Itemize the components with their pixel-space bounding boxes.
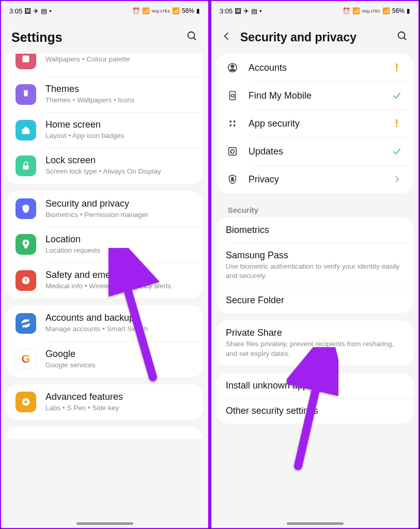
lte-text: Vo)) LTE1 (362, 9, 380, 13)
header: Security and privacy (211, 21, 418, 54)
wallpaper-icon (15, 54, 36, 69)
svg-rect-14 (230, 91, 236, 100)
svg-point-10 (398, 32, 405, 39)
sync-icon (15, 313, 36, 334)
row-updates[interactable]: Updates (216, 137, 413, 165)
check-icon (390, 90, 404, 101)
picture-icon: 🖼 (235, 7, 241, 15)
news-icon: ▤ (41, 7, 47, 15)
row-find-my-mobile[interactable]: Find My Mobile (216, 82, 413, 110)
battery-icon: ▮ (196, 7, 200, 14)
settings-list: Wallpapers • Colour palette ThemesThemes… (1, 54, 208, 529)
row-install-unknown[interactable]: Install unknown apps (216, 373, 413, 398)
nav-bar-handle[interactable] (76, 522, 133, 525)
svg-rect-21 (229, 148, 237, 155)
svg-rect-7 (25, 282, 26, 283)
gear-icon (15, 392, 36, 412)
row-samsung-pass[interactable]: Samsung PassUse biometric authentication… (216, 243, 413, 288)
back-button[interactable] (222, 31, 232, 43)
row-privacy[interactable]: Privacy (216, 165, 413, 193)
wifi-icon: 📶 (352, 7, 360, 14)
find-mobile-icon (226, 89, 239, 102)
sidebar-item-wallpapers[interactable]: Wallpapers • Colour palette (6, 54, 203, 76)
battery-icon: ▮ (407, 7, 410, 14)
svg-point-17 (229, 120, 231, 122)
battery-text: 56% (392, 7, 405, 14)
sidebar-item-location[interactable]: LocationLocation requests (6, 227, 203, 262)
page-title: Security and privacy (240, 30, 388, 44)
svg-point-0 (188, 32, 195, 39)
row-private-share[interactable]: Private ShareShare files privately, prev… (216, 320, 413, 365)
security-list: Accounts ! Find My Mobile App security !… (211, 54, 418, 529)
sidebar-item-lock-screen[interactable]: Lock screenScreen lock type • Always On … (6, 148, 203, 183)
row-app-security[interactable]: App security ! (216, 110, 413, 137)
page-title: Settings (11, 30, 178, 45)
home-icon (15, 120, 36, 141)
svg-point-19 (229, 125, 231, 127)
row-biometrics[interactable]: Biometrics (216, 217, 413, 243)
warning-badge: ! (395, 61, 398, 74)
svg-line-1 (194, 38, 196, 40)
row-accounts[interactable]: Accounts ! (216, 54, 413, 82)
svg-point-22 (231, 177, 234, 179)
signal-icon: 📶 (382, 7, 390, 14)
sidebar-item-themes[interactable]: ThemesThemes • Wallpapers • Icons (6, 76, 203, 112)
statusbar-time: 3:05 (220, 7, 232, 15)
accounts-icon (226, 61, 239, 74)
location-icon (15, 234, 36, 255)
picture-icon: 🖼 (24, 7, 31, 15)
search-icon[interactable] (186, 30, 198, 44)
svg-point-18 (234, 120, 236, 122)
phone-left: 3:05 🖼 ✈ ▤ • ⏰ 📶 Vo)) LTE1 📶 56% ▮ Setti… (0, 0, 210, 529)
phone-right: 3:05 🖼 ✈ ▤ • ⏰ 📶 Vo)) LTE1 📶 56% ▮ Secur… (210, 0, 419, 529)
header: Settings (1, 21, 208, 54)
dot-icon: • (259, 7, 262, 15)
apps-icon (226, 117, 239, 130)
sidebar-item-advanced[interactable]: Advanced featuresLabs • S Pen • Side key (6, 384, 203, 420)
nav-bar-handle[interactable] (287, 522, 344, 525)
updates-icon (226, 145, 239, 158)
alarm-icon: ⏰ (132, 7, 140, 14)
telegram-icon: ✈ (243, 7, 249, 15)
battery-text: 56% (182, 7, 194, 14)
svg-point-20 (234, 125, 236, 127)
statusbar-time: 3:05 (9, 7, 22, 15)
check-icon (390, 146, 404, 157)
svg-point-4 (25, 242, 27, 244)
chevron-right-icon (390, 175, 404, 183)
telegram-icon: ✈ (33, 7, 39, 15)
sidebar-item-accounts-backup[interactable]: Accounts and backupManage accounts • Sma… (6, 305, 203, 341)
section-header-security: Security (216, 200, 413, 217)
wifi-icon: 📶 (142, 7, 150, 14)
svg-line-11 (404, 38, 407, 40)
dot-icon: • (49, 7, 52, 15)
svg-rect-2 (23, 56, 29, 63)
row-secure-folder[interactable]: Secure Folder (216, 288, 413, 313)
alert-icon (15, 270, 36, 291)
signal-icon: 📶 (172, 7, 180, 14)
sidebar-item-google[interactable]: G GoogleGoogle services (6, 341, 203, 377)
svg-rect-3 (23, 165, 29, 169)
shield-icon (15, 198, 36, 219)
svg-line-16 (234, 97, 235, 98)
svg-point-9 (24, 401, 27, 404)
lte-text: Vo)) LTE1 (152, 9, 170, 13)
privacy-icon (226, 173, 239, 186)
row-other-security[interactable]: Other security settings (216, 398, 413, 424)
alarm-icon: ⏰ (343, 7, 350, 14)
search-icon[interactable] (397, 30, 408, 44)
google-icon: G (15, 349, 36, 369)
sidebar-item-safety[interactable]: Safety and emergencyMedical info • Wirel… (6, 262, 203, 298)
sidebar-item-security[interactable]: Security and privacyBiometrics • Permiss… (6, 191, 203, 227)
statusbar: 3:05 🖼 ✈ ▤ • ⏰ 📶 Vo)) LTE1 📶 56% ▮ (1, 1, 208, 21)
warning-badge: ! (395, 117, 398, 130)
sidebar-item-home-screen[interactable]: Home screenLayout • App icon badges (6, 112, 203, 148)
news-icon: ▤ (251, 7, 257, 15)
statusbar: 3:05 🖼 ✈ ▤ • ⏰ 📶 Vo)) LTE1 📶 56% ▮ (211, 1, 418, 21)
svg-rect-6 (25, 278, 26, 281)
svg-point-13 (231, 65, 234, 68)
lock-icon (15, 155, 36, 176)
themes-icon (15, 84, 36, 105)
